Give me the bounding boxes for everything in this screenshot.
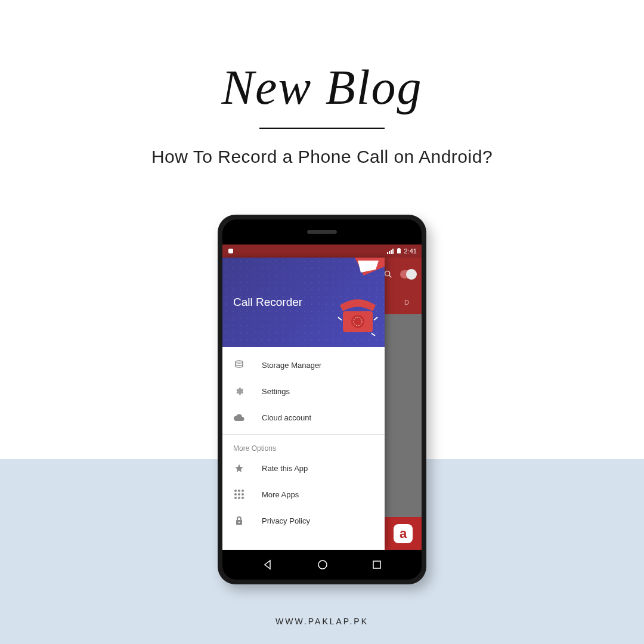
footer-url: WWW.PAKLAP.PK <box>275 617 369 626</box>
svg-rect-0 <box>397 249 401 253</box>
ad-banner[interactable]: a <box>385 517 422 550</box>
svg-marker-5 <box>358 261 379 273</box>
page-script-title: New Blog <box>221 60 422 116</box>
apps-grid-icon <box>233 490 245 499</box>
svg-point-7 <box>351 315 364 328</box>
android-status-bar: 2:41 <box>222 244 422 258</box>
svg-point-2 <box>385 271 390 275</box>
svg-rect-16 <box>373 561 380 568</box>
android-nav-bar <box>222 550 422 580</box>
drawer-item-label: Cloud account <box>262 413 311 422</box>
svg-line-3 <box>389 275 391 277</box>
page-subtitle: How To Record a Phone Call on Android? <box>151 147 493 167</box>
storage-icon <box>233 360 245 370</box>
drawer-item-label: More Apps <box>262 490 299 499</box>
drawer-item-rate[interactable]: Rate this App <box>222 455 385 481</box>
drawer-item-storage[interactable]: Storage Manager <box>222 352 385 378</box>
signal-icon <box>387 249 394 254</box>
search-icon[interactable] <box>383 270 393 279</box>
title-divider <box>259 128 385 129</box>
drawer-item-privacy[interactable]: Privacy Policy <box>222 507 385 534</box>
record-toggle[interactable] <box>400 270 416 278</box>
drawer-item-settings[interactable]: Settings <box>222 378 385 404</box>
battery-icon <box>396 248 402 254</box>
phone-speaker-area <box>222 219 422 244</box>
svg-line-11 <box>371 333 375 336</box>
svg-point-12 <box>236 361 243 363</box>
phone-mockup: 2:41 D a <box>218 215 426 584</box>
drawer-item-label: Privacy Policy <box>262 516 310 525</box>
drawer-header: Call Recorder <box>222 258 385 347</box>
nav-recents-icon[interactable] <box>372 560 382 569</box>
drawer-item-label: Rate this App <box>262 464 308 473</box>
nav-back-icon[interactable] <box>262 559 273 570</box>
navigation-drawer: Call Recorder Storage Manager Settings <box>222 258 385 550</box>
nav-home-icon[interactable] <box>317 559 328 570</box>
hand-illustration-icon <box>331 258 385 287</box>
drawer-title: Call Recorder <box>233 296 302 309</box>
ad-logo-icon: a <box>394 524 413 543</box>
drawer-item-label: Settings <box>262 387 290 396</box>
star-icon <box>233 463 245 473</box>
svg-rect-1 <box>398 248 400 249</box>
svg-point-15 <box>318 561 327 569</box>
drawer-section-header: More Options <box>222 438 385 455</box>
notification-dot-icon <box>228 249 233 253</box>
telephone-illustration-icon <box>337 290 379 338</box>
drawer-item-cloud[interactable]: Cloud account <box>222 404 385 431</box>
tab-partial[interactable]: D <box>404 299 410 306</box>
drawer-item-label: Storage Manager <box>262 361 321 370</box>
cloud-icon <box>233 413 245 422</box>
lock-icon <box>233 516 245 525</box>
gear-icon <box>233 386 245 396</box>
drawer-item-more-apps[interactable]: More Apps <box>222 481 385 507</box>
svg-line-9 <box>338 317 342 320</box>
drawer-divider <box>222 434 385 435</box>
svg-line-10 <box>374 317 377 320</box>
status-time: 2:41 <box>404 247 417 255</box>
svg-point-14 <box>239 522 240 523</box>
